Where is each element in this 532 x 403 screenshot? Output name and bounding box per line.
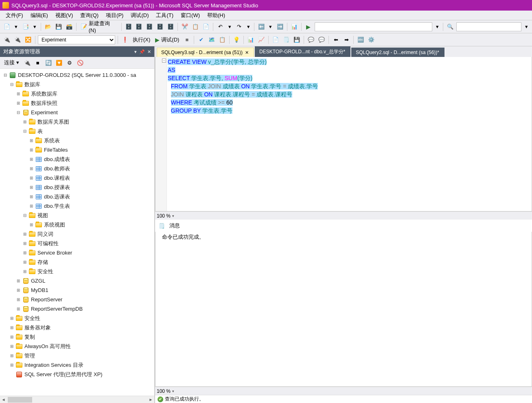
tree-security[interactable]: 安全性 xyxy=(24,314,41,323)
tree-synonyms[interactable]: 同义词 xyxy=(37,229,54,239)
tree-toggle[interactable]: ⊞ xyxy=(22,241,28,246)
tree-integration[interactable]: Integration Services 目录 xyxy=(24,360,84,370)
copy-icon[interactable]: 📋 xyxy=(191,22,200,31)
start-icon[interactable]: ▶ xyxy=(304,22,313,31)
nav-fwd-icon[interactable]: ➡️ xyxy=(276,22,285,31)
template-params-icon[interactable]: ⚙️ xyxy=(367,35,376,44)
redo-icon[interactable]: ↷ xyxy=(234,22,243,31)
analysis-query-icon[interactable]: 🗄️ xyxy=(135,22,144,31)
find-dropdown[interactable]: ▾ xyxy=(523,22,530,31)
refresh-icon[interactable]: 🔄 xyxy=(44,59,53,67)
tree-table-4[interactable]: dbo.授课表 xyxy=(43,183,71,192)
undo-icon[interactable]: ↶ xyxy=(216,22,225,31)
mdx-query-icon[interactable]: 🗄️ xyxy=(145,22,154,31)
specify-values-icon[interactable]: 🔤 xyxy=(356,35,365,44)
scroll-right-icon[interactable]: ► xyxy=(147,396,154,403)
decrease-indent-icon[interactable]: ⬅ xyxy=(331,35,340,44)
menu-view[interactable]: 视图(V) xyxy=(52,11,76,20)
redo-dropdown[interactable]: ▾ xyxy=(245,22,252,31)
nav-back-icon[interactable]: ⬅️ xyxy=(257,22,266,31)
tree-toggle[interactable]: ⊟ xyxy=(22,213,28,218)
execute-warning-icon[interactable]: ❗ xyxy=(120,35,129,44)
debug-button[interactable]: ▶ 调试(D) xyxy=(153,35,181,44)
tree-toggle[interactable]: ⊞ xyxy=(28,147,34,153)
tree-toggle[interactable]: ⊞ xyxy=(22,250,28,256)
tree-db-diagrams[interactable]: 数据库关系图 xyxy=(37,117,70,126)
tree-system-tables[interactable]: 系统表 xyxy=(43,136,61,145)
engine-query-icon[interactable]: 🗄️ xyxy=(124,22,133,31)
nav-back-dropdown[interactable]: ▾ xyxy=(267,22,274,31)
tree-mydb1[interactable]: MyDB1 xyxy=(30,285,49,295)
tree-toggle[interactable]: ⊞ xyxy=(9,316,15,321)
tree-db-snapshots[interactable]: 数据库快照 xyxy=(30,98,58,108)
tree-toggle[interactable]: ⊞ xyxy=(28,166,34,172)
editor-content[interactable]: CREATE VIEW v_总学分(学号, 总学分) AS SELECT 学生表… xyxy=(167,58,532,115)
tree-toggle[interactable]: ⊞ xyxy=(22,231,28,237)
zoom-value[interactable]: 100 % xyxy=(157,388,171,394)
menu-tools[interactable]: 工具(T) xyxy=(153,11,177,20)
tree-toggle[interactable]: ⊞ xyxy=(28,194,34,200)
tree-toggle[interactable]: ⊞ xyxy=(15,91,21,97)
tree-server[interactable]: DESKTOP-GROLDS2 (SQL Server 11.0.3000 - … xyxy=(17,70,137,80)
tree-databases[interactable]: 数据库 xyxy=(24,80,41,89)
tree-table-5[interactable]: dbo.选课表 xyxy=(43,192,71,201)
estimated-plan-icon[interactable]: 🗺️ xyxy=(207,35,216,44)
tree-toggle[interactable]: ⊟ xyxy=(15,110,21,115)
tab-sqlquery2[interactable]: SQLQuery2.sql - D...eriment (sa (56))* xyxy=(351,48,444,57)
tree-toggle[interactable]: ⊞ xyxy=(15,100,21,106)
tree-toggle[interactable]: ⊞ xyxy=(9,353,15,359)
tree-toggle[interactable]: ⊞ xyxy=(28,185,34,190)
tree-toggle[interactable]: ⊞ xyxy=(28,175,34,181)
tree-db-security[interactable]: 安全性 xyxy=(37,267,54,276)
connect-button[interactable]: 连接 ▾ xyxy=(2,58,21,67)
zoom-dropdown-icon[interactable]: ▾ xyxy=(172,214,174,218)
solution-config-input[interactable] xyxy=(315,22,432,31)
change-type-icon[interactable]: 🔀 xyxy=(24,35,33,44)
results-text-icon[interactable]: 📄 xyxy=(271,35,280,44)
tree-toggle[interactable]: ⊞ xyxy=(28,203,34,209)
tree-gzgl[interactable]: GZGL xyxy=(30,276,46,285)
cut-icon[interactable]: ✂️ xyxy=(180,22,189,31)
menu-help[interactable]: 帮助(H) xyxy=(204,11,228,20)
disconnect-icon[interactable]: 🔌 xyxy=(23,59,31,67)
tree-toggle[interactable]: ⊞ xyxy=(15,288,21,293)
tree-toggle[interactable]: ⊟ xyxy=(9,82,15,87)
filter-settings-icon[interactable]: ⚙ xyxy=(66,59,74,67)
tree-filetables[interactable]: FileTables xyxy=(43,145,69,155)
stop-icon[interactable]: ■ xyxy=(34,59,42,67)
stop-icon[interactable]: ■ xyxy=(182,35,191,44)
filter-clear-icon[interactable]: 🚫 xyxy=(76,59,84,67)
query-options-icon[interactable]: 📋 xyxy=(218,35,227,44)
find-icon[interactable]: 🔍 xyxy=(446,22,455,31)
tree-programmability[interactable]: 可编程性 xyxy=(37,239,59,248)
available-db-icon[interactable]: 🔌 xyxy=(13,35,22,44)
object-explorer-tree[interactable]: ⊟DESKTOP-GROLDS2 (SQL Server 11.0.3000 -… xyxy=(0,69,154,396)
tree-toggle[interactable]: ⊞ xyxy=(9,344,15,349)
new-project-icon[interactable]: 📄 xyxy=(2,22,11,31)
tree-table-6[interactable]: dbo.学生表 xyxy=(43,201,71,211)
find-input[interactable] xyxy=(456,22,521,31)
database-selector[interactable]: Experiment xyxy=(38,35,115,44)
intellisense-icon[interactable]: 💡 xyxy=(232,35,241,44)
close-icon[interactable]: ✕ xyxy=(245,50,249,55)
tree-replication[interactable]: 复制 xyxy=(24,332,36,342)
results-file-icon[interactable]: 💾 xyxy=(292,35,301,44)
messages-pane[interactable]: 命令已成功完成。 xyxy=(155,232,532,387)
new-item-dropdown[interactable]: ▾ xyxy=(32,22,38,31)
horizontal-scrollbar[interactable]: ◄ ► xyxy=(0,396,154,403)
include-plan-icon[interactable]: 📊 xyxy=(246,35,255,44)
save-all-icon[interactable]: 🗃️ xyxy=(65,22,74,31)
fold-toggle[interactable]: − xyxy=(162,59,166,63)
menu-window[interactable]: 窗口(W) xyxy=(177,11,203,20)
menu-file[interactable]: 文件(F) xyxy=(2,11,26,20)
new-project-dropdown[interactable]: ▾ xyxy=(13,22,20,31)
tree-toggle[interactable]: ⊞ xyxy=(15,306,21,312)
parse-icon[interactable]: ✔ xyxy=(197,35,206,44)
tree-toggle[interactable]: ⊞ xyxy=(9,325,15,331)
increase-indent-icon[interactable]: ➡ xyxy=(342,35,351,44)
undo-dropdown[interactable]: ▾ xyxy=(226,22,233,31)
execute-button[interactable]: 执行(X) xyxy=(131,35,152,44)
tree-toggle[interactable]: ⊞ xyxy=(15,297,21,303)
zoom-dropdown-icon[interactable]: ▾ xyxy=(172,389,174,393)
tree-storage[interactable]: 存储 xyxy=(37,257,49,267)
